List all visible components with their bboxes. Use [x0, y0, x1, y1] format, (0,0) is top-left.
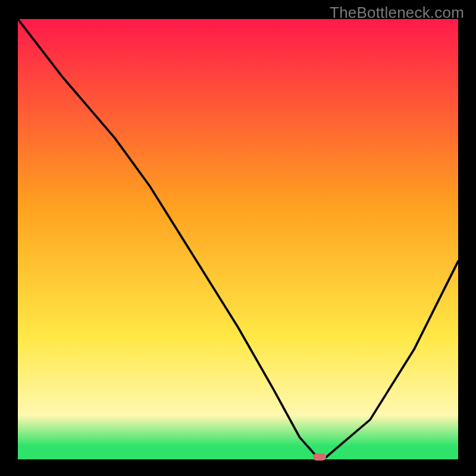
plot-area	[18, 19, 458, 459]
curve-svg	[18, 19, 458, 459]
bottleneck-curve	[18, 19, 458, 457]
optimal-point-marker	[313, 453, 326, 461]
chart-frame: TheBottleneck.com	[0, 0, 476, 476]
